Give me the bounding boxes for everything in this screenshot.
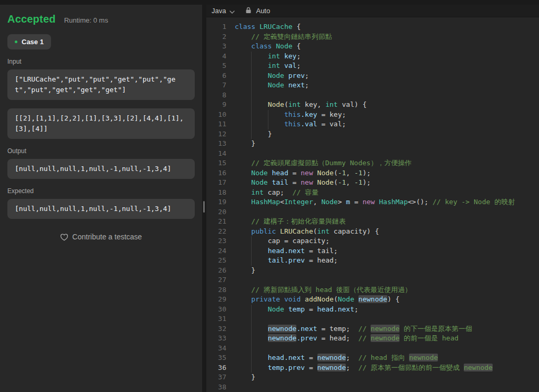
code-token: ( xyxy=(334,295,338,303)
code-line[interactable]: 21 // 建構子：初始化容量與鏈表 xyxy=(211,217,539,227)
indent xyxy=(235,42,251,52)
code-line[interactable]: 6 Node prev; xyxy=(211,71,539,81)
language-selector[interactable]: Java xyxy=(212,6,235,16)
code-line[interactable]: 18 int cap; // 容量 xyxy=(211,188,539,198)
indent xyxy=(235,246,251,256)
code-token: ); xyxy=(363,178,371,186)
code-token: = head; xyxy=(317,334,358,342)
line-number: 4 xyxy=(211,52,226,62)
code-line[interactable]: 25 tail.prev = head; xyxy=(211,256,539,266)
code-line[interactable]: 4 int key; xyxy=(211,52,539,62)
code-line[interactable]: 17 Node tail = new Node(-1, -1); xyxy=(211,178,539,188)
code-line[interactable]: 8 xyxy=(211,91,539,100)
code-token: void xyxy=(280,295,301,303)
code-line[interactable]: 13 } xyxy=(211,139,539,149)
input-value-arguments[interactable]: [[2],[1,1],[2,2],[1],[3,3],[2],[4,4],[1]… xyxy=(7,108,195,139)
code-token: .prev xyxy=(296,334,317,342)
code-line[interactable]: 12 } xyxy=(211,129,539,139)
code-line[interactable]: 23 cap = capacity; xyxy=(211,236,539,246)
code-line[interactable]: 16 Node head = new Node(-1, -1); xyxy=(211,168,539,178)
indent-guide xyxy=(251,129,267,139)
code-token: // head 指向 xyxy=(358,354,409,361)
line-number: 34 xyxy=(211,344,226,354)
code-token: newnode xyxy=(317,354,346,361)
code-line[interactable]: 32 newnode.next = temp; // newnode 的下一個是… xyxy=(211,324,539,334)
code-line[interactable]: 27 xyxy=(211,275,539,285)
code-line[interactable]: 11 this.val = val; xyxy=(211,119,539,129)
code-line[interactable]: 3 class Node { xyxy=(211,42,539,52)
indent xyxy=(235,266,251,276)
code-token: addNode xyxy=(301,295,334,303)
input-value-operations[interactable]: ["LRUCache","put","put","get","put","get… xyxy=(7,69,195,100)
line-number: 22 xyxy=(211,227,226,237)
code-line[interactable]: 15 // 定義頭尾虛擬節點（Dummy Nodes），方便操作 xyxy=(211,158,539,168)
indent xyxy=(235,188,251,198)
code-line[interactable]: 19 HashMap<Integer, Node> m = new HashMa… xyxy=(211,197,539,207)
case-1-tab[interactable]: Case 1 xyxy=(7,34,51,49)
code-token: head xyxy=(268,169,288,177)
code-token: capacity) { xyxy=(330,227,379,235)
code-line[interactable]: 26 } xyxy=(211,266,539,276)
line-number: 16 xyxy=(211,168,226,178)
code-lines[interactable]: 1class LRUCache {2 // 定義雙向鏈結串列節點3 class … xyxy=(206,17,539,392)
line-number: 14 xyxy=(211,149,226,159)
code-token: int xyxy=(288,100,301,108)
code-token: Integer xyxy=(284,198,313,206)
code-token: Node xyxy=(268,100,284,108)
code-token: Node xyxy=(251,169,267,177)
indent xyxy=(235,81,251,91)
code-token: ; xyxy=(305,72,309,79)
code-line[interactable]: 1class LRUCache { xyxy=(211,22,539,32)
indent xyxy=(235,197,251,207)
code-line[interactable]: 7 Node next; xyxy=(211,81,539,91)
code-line[interactable]: 38 xyxy=(211,383,539,392)
line-number: 18 xyxy=(211,188,226,198)
code-token: newnode xyxy=(268,334,297,342)
indent-guide xyxy=(251,91,267,100)
code-line[interactable]: 35 head.next = newnode; // head 指向 newno… xyxy=(211,353,539,363)
output-value[interactable]: [null,null,null,1,null,-1,null,-1,3,4] xyxy=(7,159,195,179)
lock-icon xyxy=(245,6,252,16)
code-line[interactable]: 22 public LRUCache(int capacity) { xyxy=(211,227,539,237)
contribute-testcase-link[interactable]: Contribute a testcase xyxy=(7,233,195,241)
code-line[interactable]: 14 xyxy=(211,149,539,159)
code-line[interactable]: 33 newnode.prev = head; // newnode 的前一個是… xyxy=(211,334,539,344)
line-number: 10 xyxy=(211,110,226,120)
code-token: = head; xyxy=(305,256,338,264)
code-line[interactable]: 36 temp.prev = newnode; // 原本第一個節點的前一個變成… xyxy=(211,363,539,373)
code-line[interactable]: 24 head.next = tail; xyxy=(211,246,539,256)
line-number: 21 xyxy=(211,217,226,227)
code-token: } xyxy=(251,139,255,147)
code-token: newnode xyxy=(464,364,493,371)
code-token xyxy=(354,295,358,303)
code-line[interactable]: 10 this.key = key; xyxy=(211,110,539,120)
panel-divider[interactable] xyxy=(202,0,206,392)
code-line[interactable]: 29 private void addNode(Node newnode) { xyxy=(211,295,539,305)
code-line[interactable]: 5 int val; xyxy=(211,61,539,71)
indent xyxy=(235,61,251,71)
code-line[interactable]: 34 xyxy=(211,344,539,354)
code-token: = xyxy=(305,364,317,371)
line-number: 12 xyxy=(211,129,226,139)
code-token: private xyxy=(251,295,280,303)
code-token xyxy=(280,62,284,69)
code-line[interactable]: 28 // 將新節點插入到 head 後面（代表最近使用過） xyxy=(211,285,539,295)
panel-scrollbar-handle[interactable] xyxy=(203,201,205,213)
code-line[interactable]: 20 xyxy=(211,207,539,217)
code-token: Node xyxy=(321,198,337,206)
expected-value[interactable]: [null,null,null,1,null,-1,null,-1,3,4] xyxy=(7,199,195,219)
code-token: = tail; xyxy=(305,247,338,255)
code-token: head.next xyxy=(317,305,354,313)
indent xyxy=(235,217,251,227)
code-token: prev xyxy=(288,72,305,79)
code-token: = xyxy=(350,198,362,206)
code-line[interactable]: 30 Node temp = head.next; xyxy=(211,305,539,315)
code-token: this xyxy=(284,110,301,118)
code-token: val xyxy=(284,62,296,69)
indent-guide xyxy=(251,314,267,324)
code-token: // 定義頭尾虛擬節點（Dummy Nodes），方便操作 xyxy=(251,159,412,167)
code-line[interactable]: 31 xyxy=(211,314,539,324)
code-line[interactable]: 9 Node(int key, int val) { xyxy=(211,100,539,110)
code-line[interactable]: 37 } xyxy=(211,373,539,383)
code-line[interactable]: 2 // 定義雙向鏈結串列節點 xyxy=(211,32,539,42)
